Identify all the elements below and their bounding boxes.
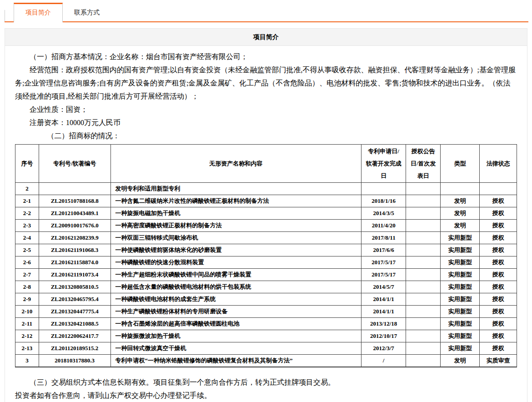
table-cell: 实用新型 xyxy=(441,269,480,281)
table-cell: ZL201220062417.7 xyxy=(39,330,110,342)
table-cell xyxy=(406,207,441,220)
table-cell: 2-12 xyxy=(15,330,39,342)
table-cell xyxy=(406,293,441,306)
table-cell: 授权 xyxy=(480,269,517,281)
table-row: 2-11ZL201320421088.5一种含石墨烯涂层的超高倍率磷酸铁锂圆柱电… xyxy=(15,318,517,330)
table-cell: 授权 xyxy=(480,281,517,293)
table-row: 2-9ZL201320465795.4一种磷酸铁锂电池材料的成套生产系统2014… xyxy=(15,293,517,306)
table-cell: ZL201621191073.4 xyxy=(39,269,110,281)
table-cell: 发明 xyxy=(441,207,480,220)
table-cell: ZL201320421088.5 xyxy=(39,318,110,330)
panel-body: （一）招商方基本情况：企业名称：烟台市国有资产经营有限公司； 经营范围：政府授权… xyxy=(5,46,527,402)
table-cell: 实用新型 xyxy=(441,293,480,306)
column-header: 序号 xyxy=(15,145,39,183)
asset-name-cell: 一种磷酸铁锂的快速分散混料装置 xyxy=(110,256,361,269)
table-cell xyxy=(406,232,441,244)
column-header: 无形资产名称和内容 xyxy=(110,145,361,183)
intro-registered-capital: 注册资本：10000万元人民币 xyxy=(15,116,517,129)
table-cell: 2-10 xyxy=(15,306,39,318)
table-cell: ZL201621191068.3 xyxy=(39,244,110,256)
column-header: 专利申请日/软著开发完成日 xyxy=(361,145,406,183)
table-cell: 2014/1/1 xyxy=(361,306,406,318)
asset-name-cell: 一种生产磷酸铁锂粉体材料的专用研磨设备 xyxy=(110,306,361,318)
table-row: 2-10ZL201320447775.4一种生产磷酸铁锂粉体材料的专用研磨设备2… xyxy=(15,306,517,318)
table-cell: 2-5 xyxy=(15,244,39,256)
table-cell: 实用新型 xyxy=(441,232,480,244)
table-cell: 2-7 xyxy=(15,269,39,281)
table-row: 2发明专利和适用新型专利 xyxy=(15,183,517,195)
asset-name-cell: 一种双面三辊转移式间歇涂布机 xyxy=(110,232,361,244)
tab-project-intro[interactable]: 项目简介 xyxy=(14,3,63,22)
table-cell: 发明 xyxy=(441,220,480,232)
table-row: 2-2ZL201210043489.1一种旋振电磁加热干燥机2014/3/5发明… xyxy=(15,207,517,220)
table-cell: 实用新型 xyxy=(441,342,480,355)
footer-block: （三）交易组织方式本信息长期有效。项目征集到一个意向合作方后，转为正式挂牌项目交… xyxy=(15,376,517,402)
table-row: 2-5ZL201621191068.3一种使磷酸铁锂前驱体纳米化的砂磨装置201… xyxy=(15,244,517,256)
asset-name-cell: 专利申请权“一种纳米锆酸锂修饰的磷酸铁锂复合材料及其制备方法” xyxy=(110,355,361,367)
tab-bar-left-edge xyxy=(5,10,14,21)
table-cell: 3 xyxy=(15,355,39,367)
table-cell: 授权 xyxy=(480,232,517,244)
table-cell: 授权 xyxy=(480,256,517,269)
footer-investor-note: 投资者如有合作意向，请到山东产权交易中心办理登记手续。 xyxy=(15,389,517,402)
asset-name-cell: 一种高密度磷酸铁锂正极材料的制备方法 xyxy=(110,220,361,232)
table-cell: 2-13 xyxy=(15,342,39,355)
table-cell: 2-6 xyxy=(15,256,39,269)
table-cell: 2-8 xyxy=(15,281,39,293)
table-cell: ZL201510788168.8 xyxy=(39,195,110,207)
panel-title: 项目简介 xyxy=(5,29,527,46)
patents-table: 序号专利号/软著编号无形资产名称和内容专利申请日/软著开发完成日授权公告日/首次… xyxy=(15,144,517,367)
table-cell xyxy=(406,281,441,293)
table-cell: ZL201120189515.2 xyxy=(39,342,110,355)
tab-contact-info[interactable]: 联系方式 xyxy=(63,4,111,21)
table-cell: ZL201210043489.1 xyxy=(39,207,110,220)
table-cell: 2018/1/16 xyxy=(361,195,406,207)
asset-name-cell: 一种回转式微波真空干燥机 xyxy=(110,342,361,355)
table-cell: 授权 xyxy=(480,342,517,355)
intro-enterprise-nature: 企业性质：国资； xyxy=(15,103,517,116)
project-intro-panel: 项目简介 （一）招商方基本情况：企业名称：烟台市国有资产经营有限公司； 经营范围… xyxy=(5,28,527,402)
table-row: 2-8ZL201320805810.5一种超低含水量的磷酸铁锂电池材料的烘干包装… xyxy=(15,281,517,293)
asset-name-cell: 一种含石墨烯涂层的超高倍率磷酸铁锂圆柱电池 xyxy=(110,318,361,330)
table-cell xyxy=(406,269,441,281)
table-cell: 201810317880.3 xyxy=(39,355,110,367)
table-row: 2-12ZL201220062417.7一种旋振微波加热干燥机2012/10/1… xyxy=(15,330,517,342)
tab-bar: 项目简介 联系方式 xyxy=(5,4,528,22)
table-cell: 授权 xyxy=(480,318,517,330)
table-row: 3201810317880.3专利申请权“一种纳米锆酸锂修饰的磷酸铁锂复合材料及… xyxy=(15,355,517,367)
table-cell: 授权 xyxy=(480,330,517,342)
intro-basic-info: （一）招商方基本情况：企业名称：烟台市国有资产经营有限公司； xyxy=(15,50,517,63)
table-cell: 2012/3/7 xyxy=(361,342,406,355)
table-cell: 实用新型 xyxy=(441,318,480,330)
table-cell: / xyxy=(361,355,406,367)
patents-table-head: 序号专利号/软著编号无形资产名称和内容专利申请日/软著开发完成日授权公告日/首次… xyxy=(15,145,517,183)
table-cell xyxy=(406,330,441,342)
table-cell: ZL200910017676.0 xyxy=(39,220,110,232)
column-header: 类型 xyxy=(441,145,480,183)
table-cell: 授权 xyxy=(480,244,517,256)
table-cell: 授权 xyxy=(480,306,517,318)
table-cell: ZL201320447775.4 xyxy=(39,306,110,318)
column-header: 专利号/软著编号 xyxy=(39,145,110,183)
table-cell xyxy=(480,183,517,195)
table-cell xyxy=(406,355,441,367)
table-cell xyxy=(406,256,441,269)
table-cell: 2014/3/5 xyxy=(361,207,406,220)
table-cell: 2012/10/17 xyxy=(361,330,406,342)
table-cell: 2017/5/17 xyxy=(361,269,406,281)
table-cell: 2017/6/6 xyxy=(361,244,406,256)
table-cell: 2017/5/17 xyxy=(361,256,406,269)
table-cell xyxy=(441,183,480,195)
asset-name-cell: 一种含氮二维碳纳米片改性的磷酸铁锂正极材料的制备方法 xyxy=(110,195,361,207)
table-cell: 2011/4/20 xyxy=(361,220,406,232)
table-cell: 2017/8/11 xyxy=(361,232,406,244)
table-cell: 授权 xyxy=(480,195,517,207)
table-cell: 发明 xyxy=(441,355,480,367)
table-cell: 实用新型 xyxy=(441,281,480,293)
table-cell: 2-3 xyxy=(15,220,39,232)
table-cell xyxy=(406,220,441,232)
table-cell xyxy=(406,318,441,330)
asset-name-cell: 一种磷酸铁锂电池材料的成套生产系统 xyxy=(110,293,361,306)
table-cell: 2-4 xyxy=(15,232,39,244)
asset-name-cell: 一种使磷酸铁锂前驱体纳米化的砂磨装置 xyxy=(110,244,361,256)
